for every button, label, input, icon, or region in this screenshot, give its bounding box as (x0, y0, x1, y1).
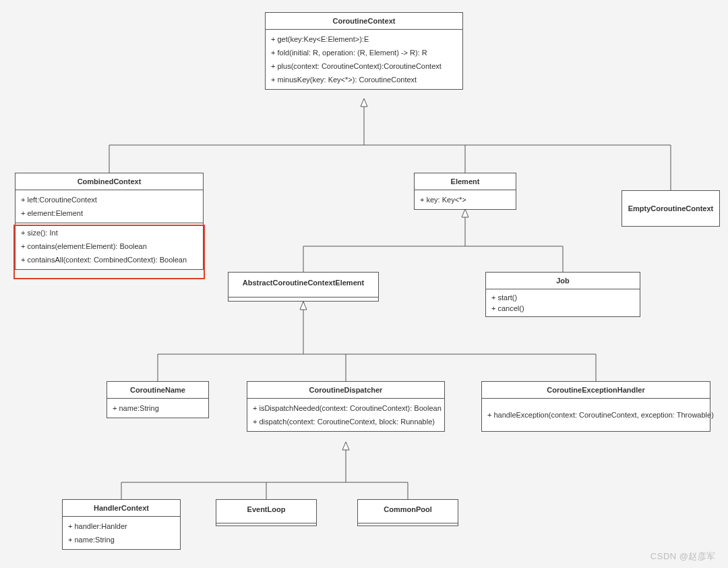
class-coroutine-context: CoroutineContext + get(key:Key<E:Element… (265, 12, 463, 90)
watermark: CSDN @赵彦军 (650, 550, 716, 563)
class-abstract-element: AbstractCoroutineContextElement (228, 272, 379, 302)
method: + cancel() (491, 303, 634, 314)
method: + contains(element:Element): Boolean (21, 239, 198, 253)
method: + plus(context: CoroutineContext):Corout… (271, 59, 457, 73)
class-title: CoroutineName (107, 382, 208, 399)
method: + get(key:Key<E:Element>):E (271, 32, 457, 46)
method: + containsAll(context: CombinedContext):… (21, 253, 198, 266)
class-coroutine-dispatcher: CoroutineDispatcher + isDispatchNeeded(c… (247, 381, 445, 432)
method: + fold(initial: R, operation: (R, Elemen… (271, 46, 457, 59)
class-title: CoroutineDispatcher (247, 382, 444, 399)
class-title: AbstractCoroutineContextElement (229, 273, 378, 297)
class-title: Element (415, 173, 516, 190)
method: + isDispatchNeeded(context: CoroutineCon… (253, 401, 439, 415)
method: + start() (491, 292, 634, 303)
field: + name:String (68, 533, 175, 546)
class-handler-context: HandlerContext + handler:Hanlder + name:… (62, 499, 181, 550)
class-common-pool: CommonPool (357, 499, 458, 526)
class-empty-coroutine-context: EmptyCoroutineContext (621, 190, 720, 227)
class-title: HandlerContext (63, 500, 180, 517)
class-title: Job (486, 273, 640, 289)
class-coroutine-exception-handler: CoroutineExceptionHandler + handleExcept… (481, 381, 710, 432)
method: + handleException(context: CoroutineCont… (487, 408, 704, 422)
class-coroutine-name: CoroutineName + name:String (107, 381, 209, 418)
field: + name:String (113, 401, 203, 415)
class-title: CoroutineExceptionHandler (482, 382, 710, 399)
class-title: CommonPool (358, 500, 458, 523)
class-element: Element + key: Key<*> (414, 173, 516, 210)
class-event-loop: EventLoop (216, 499, 317, 526)
class-title: CoroutineContext (266, 13, 462, 30)
field: + handler:Hanlder (68, 519, 175, 533)
class-title: CombinedContext (16, 173, 203, 190)
class-job: Job + start() + cancel() (485, 272, 640, 317)
field: + key: Key<*> (420, 193, 510, 206)
method: + size(): Int (21, 226, 198, 239)
method: + minusKey(key: Key<*>): CoroutineContex… (271, 73, 457, 86)
method: + dispatch(context: CoroutineContext, bl… (253, 415, 439, 428)
class-combined-context: CombinedContext + left:CoroutineContext … (15, 173, 204, 270)
field: + element:Element (21, 206, 198, 220)
class-title: EmptyCoroutineContext (622, 200, 719, 217)
field: + left:CoroutineContext (21, 193, 198, 206)
class-title: EventLoop (216, 500, 316, 523)
